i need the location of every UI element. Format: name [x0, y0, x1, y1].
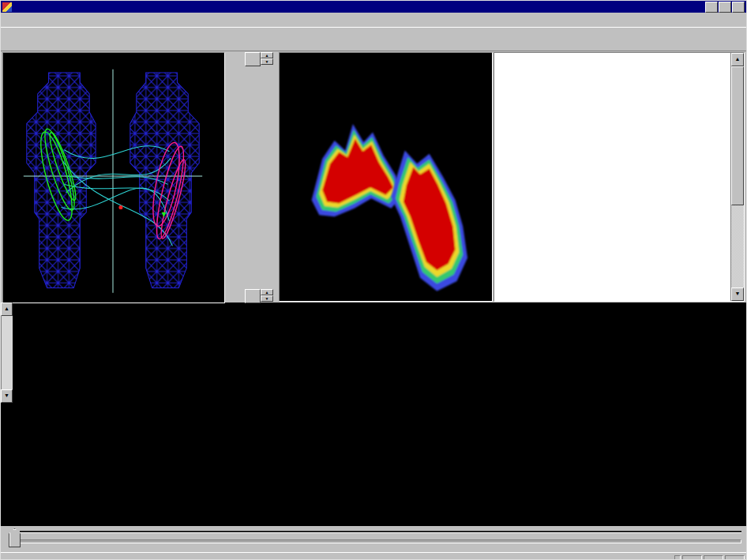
color-scale: ▲ ▼ ▲ ▼: [245, 52, 278, 302]
patient-tree: [494, 53, 730, 301]
tree-scrollbar[interactable]: ▲ ▼: [730, 53, 744, 301]
cop-marker: [118, 205, 122, 209]
pressure-surface-panel[interactable]: [279, 52, 493, 302]
chart-scrollbar[interactable]: ▲ ▼: [1, 303, 13, 403]
close-button[interactable]: [732, 2, 745, 13]
foot-sensor-grid-left: [27, 73, 96, 288]
scroll-down-icon[interactable]: ▼: [1, 389, 13, 403]
spin-up-icon[interactable]: ▲: [261, 52, 273, 58]
tree-scrollbar-track[interactable]: [731, 66, 744, 288]
application-window: { "window": { "title_path_left": "C:\\Pr…: [0, 0, 747, 560]
spin-up-icon[interactable]: ▲: [261, 289, 273, 295]
status-cell-1: [682, 555, 702, 560]
title-bar: [1, 1, 746, 13]
main-panels: ▲ ▼ ▲ ▼: [1, 51, 746, 303]
load-chart: ▲ ▼: [1, 303, 746, 403]
time-slider-rail: [20, 531, 741, 533]
scale-top-spinner: ▲ ▼: [261, 52, 273, 65]
time-slider-groove[interactable]: [20, 539, 741, 543]
load-chart-yaxis: [13, 303, 37, 403]
scroll-down-icon[interactable]: ▼: [731, 288, 744, 301]
spin-down-icon[interactable]: ▼: [261, 295, 273, 302]
trajectory-panel: [2, 52, 244, 302]
app-icon: [2, 2, 12, 12]
surface-left-foot: [312, 124, 404, 216]
scale-bottom-spinner: ▲ ▼: [261, 289, 273, 302]
pressure-surface-svg: [280, 53, 492, 301]
scroll-up-icon[interactable]: ▲: [1, 303, 13, 316]
time-axis: [1, 403, 746, 414]
window-controls: [705, 2, 745, 13]
restore-button[interactable]: [719, 2, 731, 13]
trajectory-canvas[interactable]: [2, 52, 225, 303]
spin-down-icon[interactable]: ▼: [261, 58, 273, 65]
load-chart-plot[interactable]: [37, 303, 746, 403]
menu-bar: [1, 13, 746, 27]
device-info: [674, 555, 681, 560]
time-slider: [1, 525, 746, 552]
color-scale-values: [257, 65, 276, 289]
status-cell-2: [704, 555, 723, 560]
percent-scale: [225, 52, 244, 302]
color-scale-bar: [245, 65, 257, 289]
patient-tree-panel: ▲ ▼: [494, 52, 745, 302]
scale-zero-button[interactable]: [245, 289, 261, 303]
status-cell-3: [725, 555, 745, 560]
time-slider-thumb[interactable]: [9, 528, 21, 547]
tree-scrollbar-thumb[interactable]: [731, 66, 744, 205]
scroll-up-icon[interactable]: ▲: [731, 53, 744, 66]
trajectory-svg: [3, 53, 223, 299]
chart-scrollbar-track[interactable]: [1, 316, 13, 389]
toolbar: [1, 27, 746, 51]
minimize-button[interactable]: [705, 2, 718, 13]
status-bar: [1, 552, 746, 560]
zones-chart[interactable]: [1, 414, 746, 525]
surface-right-foot: [391, 151, 467, 291]
